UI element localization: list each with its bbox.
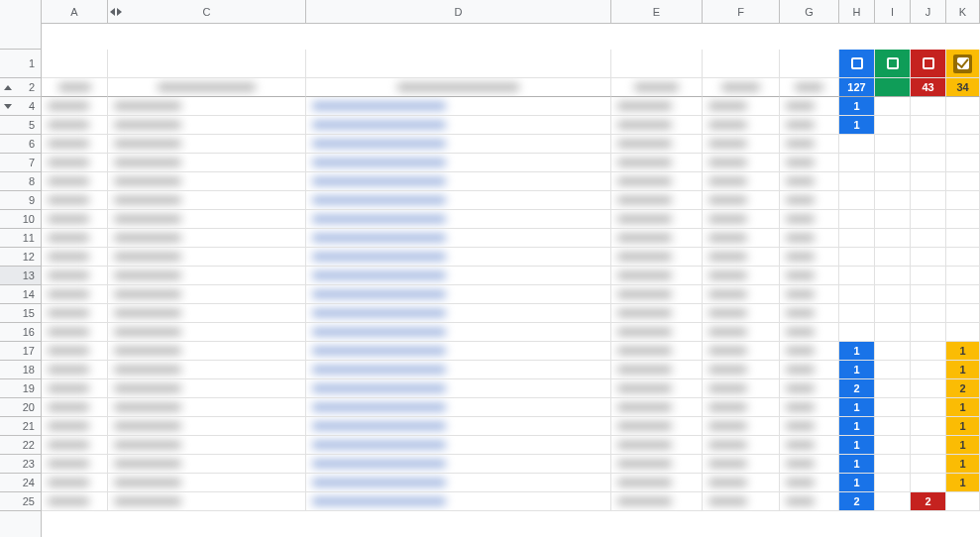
cell-K23[interactable]: 1 (946, 455, 980, 474)
cell-H23[interactable]: 1 (839, 455, 875, 474)
cell-C4[interactable] (108, 97, 306, 116)
cell-C12[interactable] (108, 248, 306, 267)
cell-A23[interactable] (42, 455, 108, 474)
cell-D6[interactable] (306, 135, 611, 154)
cell-J7[interactable] (911, 154, 946, 172)
row-header-1[interactable]: 1 (0, 50, 41, 78)
cell-C15[interactable] (108, 304, 306, 323)
cell-A21[interactable] (42, 417, 108, 436)
cell-A17[interactable] (42, 342, 108, 361)
cell-I9[interactable] (875, 191, 911, 210)
row-header-7[interactable]: 7 (0, 154, 41, 172)
cell-J16[interactable] (911, 323, 946, 342)
row-header-10[interactable]: 10 (0, 210, 41, 229)
cell-E22[interactable] (611, 436, 703, 455)
cell-I13[interactable] (875, 267, 911, 285)
cell-E24[interactable] (611, 474, 703, 492)
cell-H14[interactable] (839, 285, 875, 304)
cell-A16[interactable] (42, 323, 108, 342)
row-header-2[interactable]: 2 (0, 78, 41, 97)
cell-D24[interactable] (306, 474, 611, 492)
cell-F14[interactable] (703, 285, 780, 304)
cell-J11[interactable] (911, 229, 946, 248)
cell-K15[interactable] (946, 304, 980, 323)
cell-J20[interactable] (911, 398, 946, 417)
cell-E5[interactable] (611, 116, 703, 135)
cell-D21[interactable] (306, 417, 611, 436)
cell-F24[interactable] (703, 474, 780, 492)
cell-I23[interactable] (875, 455, 911, 474)
cell-F20[interactable] (703, 398, 780, 417)
cell-C18[interactable] (108, 361, 306, 379)
cell-C1[interactable] (108, 50, 306, 78)
cell-D17[interactable] (306, 342, 611, 361)
cell-G15[interactable] (780, 304, 839, 323)
cell-J5[interactable] (911, 116, 946, 135)
cell-D11[interactable] (306, 229, 611, 248)
cell-C24[interactable] (108, 474, 306, 492)
cell-H6[interactable] (839, 135, 875, 154)
cell-K1[interactable] (946, 50, 980, 78)
cell-G16[interactable] (780, 323, 839, 342)
col-header-G[interactable]: G (780, 0, 839, 23)
cell-D25[interactable] (306, 492, 611, 511)
select-all-corner[interactable] (0, 0, 42, 50)
row-header-18[interactable]: 18 (0, 361, 41, 379)
cell-H18[interactable]: 1 (839, 361, 875, 379)
cell-J17[interactable] (911, 342, 946, 361)
cell-J15[interactable] (911, 304, 946, 323)
cell-J18[interactable] (911, 361, 946, 379)
cell-H13[interactable] (839, 267, 875, 285)
cell-J19[interactable] (911, 379, 946, 398)
cell-D9[interactable] (306, 191, 611, 210)
row-group-collapse-icon[interactable] (4, 85, 12, 90)
col-header-C[interactable]: C (108, 0, 306, 23)
cell-E14[interactable] (611, 285, 703, 304)
cell-E11[interactable] (611, 229, 703, 248)
expand-right-icon[interactable] (117, 8, 122, 16)
cell-K9[interactable] (946, 191, 980, 210)
row-header-11[interactable]: 11 (0, 229, 41, 248)
cell-G7[interactable] (780, 154, 839, 172)
cell-A15[interactable] (42, 304, 108, 323)
row-header-21[interactable]: 21 (0, 417, 41, 436)
cell-C2[interactable] (108, 78, 306, 97)
cell-I21[interactable] (875, 417, 911, 436)
cell-C20[interactable] (108, 398, 306, 417)
cell-K4[interactable] (946, 97, 980, 116)
cell-I20[interactable] (875, 398, 911, 417)
cell-F4[interactable] (703, 97, 780, 116)
cell-D22[interactable] (306, 436, 611, 455)
cell-E18[interactable] (611, 361, 703, 379)
cell-F6[interactable] (703, 135, 780, 154)
col-header-H[interactable]: H (839, 0, 875, 23)
cell-J1[interactable] (911, 50, 946, 78)
cell-H20[interactable]: 1 (839, 398, 875, 417)
cell-A24[interactable] (42, 474, 108, 492)
cell-A19[interactable] (42, 379, 108, 398)
cell-I7[interactable] (875, 154, 911, 172)
cell-F5[interactable] (703, 116, 780, 135)
cell-A8[interactable] (42, 172, 108, 191)
row-header-19[interactable]: 19 (0, 379, 41, 398)
cell-E23[interactable] (611, 455, 703, 474)
cell-K7[interactable] (946, 154, 980, 172)
cell-C19[interactable] (108, 379, 306, 398)
column-group-toggle[interactable] (110, 8, 122, 16)
cell-E13[interactable] (611, 267, 703, 285)
cell-G21[interactable] (780, 417, 839, 436)
cell-J13[interactable] (911, 267, 946, 285)
cell-F10[interactable] (703, 210, 780, 229)
cell-E2[interactable] (611, 78, 703, 97)
sheet-grid[interactable]: 127433411111122111111111122 (42, 50, 980, 537)
cell-E7[interactable] (611, 154, 703, 172)
cell-C7[interactable] (108, 154, 306, 172)
cell-F8[interactable] (703, 172, 780, 191)
cell-H5[interactable]: 1 (839, 116, 875, 135)
cell-K25[interactable] (946, 492, 980, 511)
cell-G17[interactable] (780, 342, 839, 361)
cell-E19[interactable] (611, 379, 703, 398)
cell-K16[interactable] (946, 323, 980, 342)
col-header-D[interactable]: D (306, 0, 611, 23)
cell-F12[interactable] (703, 248, 780, 267)
